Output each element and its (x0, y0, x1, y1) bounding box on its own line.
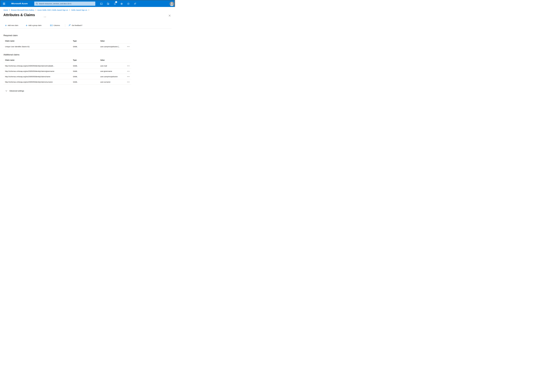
type-cell: SAML (73, 75, 78, 78)
value-cell: user.userprincipalname (100, 75, 118, 78)
directories-filter-icon[interactable] (107, 2, 110, 5)
column-header-value: Value (100, 40, 105, 42)
columns-button[interactable]: Columns (50, 24, 60, 27)
value-cell: user.userprincipalname [... (100, 45, 120, 48)
chevron-right-icon (88, 9, 89, 11)
columns-label: Columns (53, 25, 60, 26)
more-options-icon[interactable] (44, 17, 46, 18)
breadcrumb-home[interactable]: Home (3, 9, 8, 11)
claim-name-cell[interactable]: http://schemas.xmlsoap.org/ws/2005/05/id… (5, 75, 50, 78)
add-group-claim-label: Add a group claim (29, 25, 41, 26)
type-cell: SAML (73, 45, 78, 48)
avatar-body (170, 4, 173, 6)
window-left-edge (0, 0, 0, 7)
row-ellipsis-icon[interactable] (126, 65, 130, 67)
settings-gear-icon[interactable] (120, 2, 123, 5)
breadcrumb-app-sso[interactable]: Azure SAML SSO | SAML-based Sign-on (37, 9, 68, 11)
chevron-right-icon (35, 9, 36, 11)
feedback-person-icon[interactable] (134, 2, 136, 5)
claim-name-cell[interactable]: Unique User Identifier (Name ID) (5, 45, 30, 48)
hamburger-menu-icon[interactable] (3, 3, 5, 5)
row-ellipsis-icon[interactable] (126, 46, 130, 48)
advanced-settings-label: Advanced settings (10, 89, 24, 92)
got-feedback-label: Got feedback? (72, 25, 82, 26)
got-feedback-button[interactable]: Got feedback? (69, 24, 82, 27)
advanced-settings-toggle[interactable]: Advanced settings (6, 89, 24, 92)
column-header-claim-name: Claim name (5, 59, 14, 61)
page-title: Attributes & Claims (3, 13, 35, 17)
avatar[interactable] (170, 1, 174, 6)
columns-icon (50, 25, 52, 26)
add-group-claim-button[interactable]: Add a group claim (26, 24, 41, 27)
claim-name-cell[interactable]: http://schemas.xmlsoap.org/ws/2005/05/id… (5, 81, 53, 83)
close-icon[interactable] (168, 14, 171, 17)
value-cell: user.givenname (100, 70, 112, 73)
chevron-right-icon (69, 9, 70, 11)
type-cell: SAML (73, 70, 78, 73)
column-header-claim-name: Claim name (5, 40, 14, 42)
breadcrumb-gallery[interactable]: Browse Microsoft Entra Gallery (11, 9, 34, 11)
topbar: Microsoft Azure (0, 0, 175, 7)
search-icon (36, 3, 38, 5)
value-cell: user.mail (100, 65, 107, 67)
global-search-box[interactable] (34, 1, 95, 6)
type-cell: SAML (73, 81, 78, 83)
add-new-claim-button[interactable]: Add new claim (5, 24, 18, 27)
help-icon[interactable]: ? (127, 2, 130, 5)
claim-name-cell[interactable]: http://schemas.xmlsoap.org/ws/2005/05/id… (5, 70, 54, 73)
azure-portal-page: Microsoft Azure (0, 0, 175, 98)
brand-title[interactable]: Microsoft Azure (11, 0, 28, 7)
svg-text:?: ? (128, 3, 129, 4)
avatar-head (171, 2, 173, 4)
breadcrumb-saml-signon[interactable]: SAML-based Sign-on (71, 9, 87, 11)
search-input[interactable] (38, 1, 95, 6)
cloud-shell-icon[interactable] (100, 2, 103, 5)
toolbar-bottom-divider (3, 28, 171, 29)
required-claim-heading: Required claim (3, 34, 18, 37)
claim-name-cell[interactable]: http://schemas.xmlsoap.org/ws/2005/05/id… (5, 65, 54, 67)
breadcrumb: Home Browse Microsoft Entra Gallery Azur… (3, 9, 90, 11)
add-new-claim-label: Add new claim (8, 25, 18, 26)
additional-claims-heading: Additional claims (3, 53, 20, 56)
row-ellipsis-icon[interactable] (126, 76, 130, 78)
add-icon (5, 25, 7, 26)
add-icon (26, 25, 28, 26)
value-cell: user.surname (100, 81, 110, 83)
row-ellipsis-icon[interactable] (126, 70, 130, 72)
chevron-right-icon (9, 9, 10, 11)
got-feedback-icon (69, 24, 71, 27)
row-ellipsis-icon[interactable] (126, 81, 130, 83)
type-cell: SAML (73, 65, 78, 67)
column-header-value: Value (100, 59, 105, 61)
column-header-type: Type (73, 59, 77, 61)
column-header-type: Type (73, 40, 77, 42)
notification-badge[interactable]: 2 (115, 1, 117, 3)
topbar-right-edge (174, 0, 175, 7)
chevron-down-icon (6, 90, 7, 91)
